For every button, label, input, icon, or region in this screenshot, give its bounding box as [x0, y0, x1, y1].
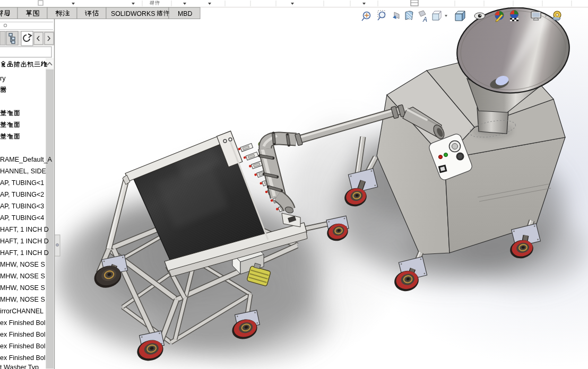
- svg-text:SOLIDWORKS: SOLIDWORKS: [111, 10, 155, 17]
- svg-text:ex Finished Bol: ex Finished Bol: [0, 331, 45, 338]
- svg-text:HAFT, 1 INCH D: HAFT, 1 INCH D: [0, 238, 49, 245]
- svg-text:MHW, NOSE S: MHW, NOSE S: [0, 284, 45, 292]
- svg-text:t Washer Typ: t Washer Typ: [0, 364, 39, 369]
- svg-text:AP, TUBING<1: AP, TUBING<1: [0, 179, 44, 187]
- svg-text:ex Finished Bol: ex Finished Bol: [0, 354, 45, 362]
- svg-text:irrorCHANNEL: irrorCHANNEL: [0, 308, 44, 315]
- svg-text:AP, TUBING<2: AP, TUBING<2: [0, 191, 44, 198]
- svg-text:MBD: MBD: [178, 10, 192, 17]
- svg-text:MHW, NOSE S: MHW, NOSE S: [0, 296, 45, 303]
- svg-text:ry: ry: [0, 75, 6, 82]
- svg-text:HAFT, 1 INCH D: HAFT, 1 INCH D: [0, 249, 49, 257]
- svg-text:HANNEL, SIDE: HANNEL, SIDE: [0, 168, 46, 175]
- svg-text:HAFT, 1 INCH D: HAFT, 1 INCH D: [0, 226, 49, 233]
- svg-text:AP, TUBING<3: AP, TUBING<3: [0, 203, 44, 210]
- svg-text:AP, TUBING<4: AP, TUBING<4: [0, 214, 44, 222]
- svg-text:MHW, NOSE S: MHW, NOSE S: [0, 273, 45, 280]
- svg-text:RAME_Default_A: RAME_Default_A: [0, 156, 53, 163]
- svg-text:ex Finished Bol: ex Finished Bol: [0, 342, 45, 350]
- svg-text:MHW, NOSE S: MHW, NOSE S: [0, 261, 45, 268]
- svg-text:A: A: [422, 16, 427, 23]
- svg-text:ex Finished Bol: ex Finished Bol: [0, 319, 45, 327]
